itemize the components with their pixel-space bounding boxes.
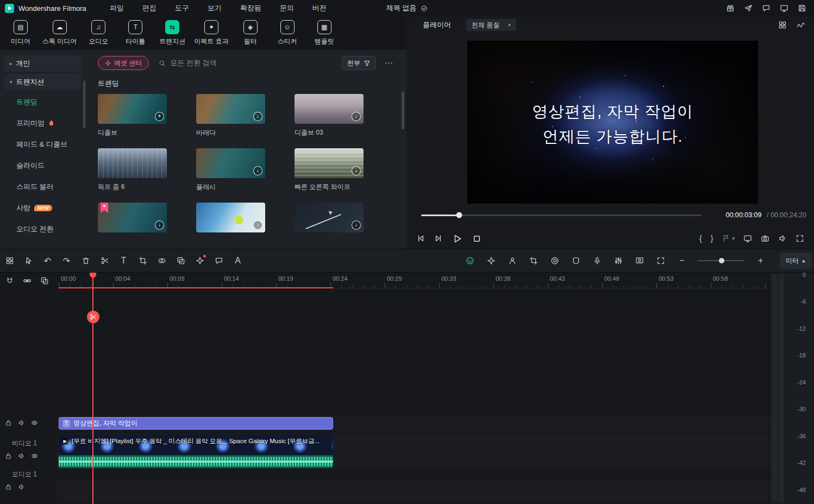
download-icon[interactable]: ↓ — [253, 220, 262, 230]
menu-tools[interactable]: 도구 — [166, 3, 198, 13]
transition-item[interactable]: + 디졸브 — [98, 94, 167, 136]
add-frame-icon[interactable] — [526, 254, 541, 268]
transition-item[interactable]: ↓ — [196, 203, 265, 245]
mark-out-button[interactable]: } — [711, 234, 713, 243]
visibility-icon[interactable] — [31, 419, 38, 426]
share-icon[interactable] — [743, 3, 754, 14]
marker-button[interactable]: ▾ — [722, 234, 735, 243]
transition-thumbnail[interactable] — [98, 148, 167, 178]
stop-button[interactable] — [472, 234, 482, 244]
zoom-slider-handle[interactable] — [719, 258, 724, 263]
asset-center-button[interactable]: 에셋 센터 — [98, 56, 149, 70]
download-icon[interactable]: ↓ — [155, 220, 164, 230]
menu-file[interactable]: 파일 — [101, 3, 133, 13]
seek-handle[interactable] — [456, 212, 462, 218]
delete-icon[interactable] — [78, 254, 93, 268]
crop-tool-icon[interactable] — [135, 254, 150, 268]
ai-magic-icon[interactable] — [192, 254, 207, 268]
search-box[interactable]: 모든 전환 검색 — [159, 58, 216, 68]
sidebar-item-slide[interactable]: 슬라이드 — [0, 155, 86, 176]
sidebar-group-personal[interactable]: ▸ 개인 — [4, 55, 82, 72]
layout-icon[interactable] — [779, 3, 790, 14]
transition-item[interactable]: ♥ ↓ — [98, 203, 167, 245]
mute-icon[interactable] — [18, 452, 25, 459]
mask-tool-icon[interactable] — [173, 254, 188, 268]
timeline-zoom-slider[interactable] — [698, 260, 744, 261]
select-tool-icon[interactable] — [21, 254, 36, 268]
more-options-button[interactable]: ⋯ — [385, 58, 393, 68]
text-tool-icon[interactable]: T — [116, 254, 131, 268]
chroma-key-icon[interactable] — [154, 254, 169, 268]
fullscreen-button[interactable] — [796, 234, 804, 243]
zoom-out-icon[interactable]: − — [674, 254, 689, 268]
sidebar-item-premium[interactable]: 프리미엄 — [0, 112, 86, 134]
transition-item[interactable]: ↓ 빠른 오른쪽 와이프 — [295, 148, 364, 191]
zoom-in-icon[interactable]: + — [753, 254, 768, 268]
transition-item[interactable]: ↓ 바래다 — [196, 94, 265, 136]
transition-thumbnail[interactable]: ↓ — [295, 148, 364, 178]
tab-filters[interactable]: ◈ 필터 — [232, 20, 269, 46]
mute-icon[interactable] — [18, 419, 25, 426]
snap-magnet-icon[interactable] — [5, 276, 14, 285]
sidebar-item-speed-blur[interactable]: 스피드 블러 — [0, 176, 86, 197]
lock-icon[interactable] — [5, 483, 12, 490]
volume-button[interactable] — [778, 234, 787, 243]
transition-thumbnail[interactable]: + — [98, 94, 167, 124]
gift-icon[interactable] — [725, 3, 736, 14]
download-icon[interactable]: ↓ — [253, 166, 262, 175]
transition-thumbnail[interactable]: ↓ — [196, 94, 265, 124]
tab-titles[interactable]: T 타이틀 — [117, 20, 154, 46]
add-icon[interactable]: + — [155, 112, 164, 121]
filter-all-button[interactable]: 전부 — [342, 56, 376, 70]
link-clips-icon[interactable] — [23, 276, 32, 285]
ai-portrait-icon[interactable] — [462, 254, 477, 268]
menu-version[interactable]: 버전 — [303, 3, 336, 13]
transition-item[interactable]: 워프 줌 6 — [98, 148, 167, 191]
screen-record-icon[interactable] — [632, 254, 647, 268]
auto-ripple-icon[interactable] — [653, 254, 668, 268]
quick-split-button[interactable] — [87, 311, 99, 323]
asset-grid-scrollbar[interactable] — [402, 91, 404, 129]
download-icon[interactable]: ↓ — [352, 112, 361, 121]
tab-transitions[interactable]: ⇆ 트랜지션 — [154, 20, 191, 46]
sidebar-item-trending[interactable]: 트렌딩 — [0, 91, 86, 112]
download-icon[interactable]: ↓ — [352, 220, 361, 230]
timeline-ruler[interactable]: 00:00 00:04 00:09 00:14 00:19 00:24 00:2… — [57, 273, 769, 288]
transition-item[interactable]: ↓ — [295, 203, 364, 245]
redo-icon[interactable]: ↷ — [59, 254, 74, 268]
download-icon[interactable]: ↓ — [253, 112, 262, 121]
video-preview[interactable]: 영상편집, 자막 작업이 언제든 가능합니다. — [467, 41, 758, 204]
transition-thumbnail[interactable]: ↓ — [295, 94, 364, 124]
speed-ramping-icon[interactable] — [547, 254, 562, 268]
lock-icon[interactable] — [5, 452, 12, 459]
smart-scene-icon[interactable] — [484, 254, 498, 268]
transition-thumbnail[interactable]: ↓ — [196, 148, 265, 178]
previous-frame-button[interactable] — [416, 234, 425, 243]
feedback-icon[interactable] — [761, 3, 772, 14]
transition-thumbnail[interactable]: ↓ — [196, 203, 265, 232]
transition-thumbnail[interactable]: ↓ — [295, 203, 364, 232]
sidebar-item-fade-dissolve[interactable]: 페이드 & 디졸브 — [0, 134, 86, 155]
quality-dropdown[interactable]: 전체 품질 ▾ — [466, 19, 516, 31]
video-clip[interactable]: ▶ [무료 비지엠] [Playlist] 우주 음악 _ 미스테리 음악 모음… — [59, 434, 333, 468]
save-icon[interactable] — [797, 3, 807, 14]
visibility-icon[interactable] — [31, 452, 38, 459]
translate-icon[interactable]: A — [230, 254, 245, 268]
transition-item[interactable]: ↓ 디졸브 03 — [295, 94, 364, 136]
next-frame-button[interactable] — [434, 234, 443, 243]
split-icon[interactable] — [97, 254, 112, 268]
tab-media[interactable]: ▤ 미디어 — [2, 20, 39, 46]
mask-icon[interactable] — [568, 254, 583, 268]
title-clip[interactable]: T 영상편집, 자막 작업이 — [59, 417, 333, 430]
menu-view[interactable]: 보기 — [198, 3, 231, 13]
dual-monitor-button[interactable] — [743, 234, 752, 243]
mute-icon[interactable] — [18, 483, 25, 490]
timeline-tracks[interactable]: T 영상편집, 자막 작업이 ▶ [무료 비지엠] [Playlist] 우주 … — [57, 288, 769, 504]
meter-toggle-button[interactable]: 미터 ▲ — [780, 253, 812, 269]
tab-audio[interactable]: ♫ 오디오 — [80, 20, 117, 46]
seek-bar[interactable] — [421, 215, 702, 216]
tab-stock-media[interactable]: ☁ 스톡 미디어 — [39, 20, 80, 46]
mark-in-button[interactable]: { — [699, 234, 702, 243]
menu-support[interactable]: 문의 — [271, 3, 303, 13]
play-button[interactable] — [452, 234, 462, 244]
